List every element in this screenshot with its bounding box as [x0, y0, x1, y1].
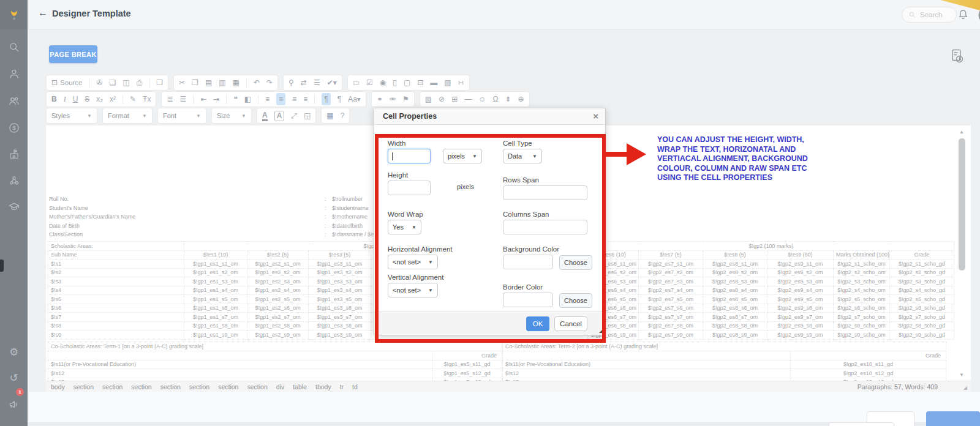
element-path-item[interactable]: section: [74, 383, 94, 390]
notifications-bell[interactable]: [957, 8, 969, 23]
preview-icon[interactable]: ◫: [123, 76, 129, 89]
new-page-icon[interactable]: ❏: [110, 76, 116, 89]
print-icon[interactable]: ⎙: [137, 76, 143, 89]
sidebar-item-academics[interactable]: [0, 193, 28, 220]
replace-icon[interactable]: ⇄: [301, 76, 307, 89]
button-icon[interactable]: ▬: [430, 76, 437, 89]
sidebar-item-profile[interactable]: [0, 61, 28, 88]
numbered-list-icon[interactable]: ≣: [167, 92, 173, 106]
table-icon[interactable]: ⊞: [451, 92, 458, 106]
checkbox-icon[interactable]: ☑: [366, 76, 373, 89]
element-path-item[interactable]: section: [160, 383, 181, 390]
search-input[interactable]: [919, 10, 949, 19]
font-dropdown[interactable]: Font▼: [157, 108, 206, 124]
show-blocks-icon[interactable]: ◱: [304, 109, 311, 122]
link-icon[interactable]: ⚭: [377, 92, 383, 106]
maximize-icon[interactable]: ⤢: [291, 109, 297, 122]
element-path-item[interactable]: div: [276, 383, 284, 390]
background-color-icon[interactable]: A: [274, 111, 285, 121]
language-icon[interactable]: Aa▾: [348, 92, 361, 106]
panel-handle[interactable]: [0, 260, 4, 272]
close-icon[interactable]: ×: [593, 111, 598, 121]
element-path-item[interactable]: body: [51, 383, 65, 390]
scrollbar-down-arrow[interactable]: ▼: [959, 372, 964, 378]
text-color-icon[interactable]: A: [262, 111, 268, 121]
select-all-icon[interactable]: ☰: [314, 76, 320, 89]
hidden-field-icon[interactable]: ∺: [458, 76, 464, 89]
smiley-icon[interactable]: ☺: [478, 92, 486, 106]
iframe-icon[interactable]: ⊕: [518, 92, 524, 106]
align-justify-icon[interactable]: ≡: [303, 92, 307, 106]
template-history-button[interactable]: [950, 48, 965, 67]
resize-grip-icon[interactable]: ◢: [963, 385, 967, 390]
blockquote-icon[interactable]: ❝: [233, 92, 237, 106]
footer-extra-button[interactable]: [829, 422, 894, 426]
horizontal-rule-icon[interactable]: ―: [464, 92, 472, 106]
select-field-icon[interactable]: ⊟: [417, 76, 423, 89]
textarea-icon[interactable]: ▢: [404, 76, 410, 89]
element-path-item[interactable]: section: [102, 383, 123, 390]
image-icon[interactable]: ▧: [425, 92, 432, 106]
styles-dropdown[interactable]: Styles▼: [46, 108, 97, 124]
radio-icon[interactable]: ◉: [380, 76, 386, 89]
save-icon[interactable]: ✇: [97, 76, 103, 89]
image-button-icon[interactable]: ▨: [444, 76, 451, 89]
element-path-item[interactable]: table: [293, 383, 307, 390]
search-box[interactable]: [902, 7, 957, 23]
superscript-button[interactable]: x²: [110, 92, 116, 106]
templates-icon[interactable]: ❒: [156, 76, 163, 89]
align-center-icon[interactable]: ≡: [276, 93, 285, 105]
page-break-icon[interactable]: ⇟: [505, 92, 511, 106]
source-button[interactable]: ⊡Source: [51, 76, 83, 89]
page-break-button[interactable]: PAGE BREAK: [49, 45, 97, 63]
div-container-icon[interactable]: ◧: [244, 92, 251, 106]
sidebar-item-search[interactable]: [0, 34, 28, 61]
underline-button[interactable]: U: [73, 92, 78, 106]
find-icon[interactable]: ⚲: [288, 76, 294, 89]
spellcheck-icon[interactable]: ✔▾: [327, 76, 337, 89]
align-left-icon[interactable]: ≡: [265, 92, 270, 106]
bidi-rtl-icon[interactable]: ¶: [337, 92, 341, 106]
bulleted-list-icon[interactable]: ☰: [180, 92, 187, 106]
redo-icon[interactable]: ↷: [266, 76, 273, 89]
sidebar-item-refresh[interactable]: ↺: [0, 364, 28, 391]
element-path-item[interactable]: section: [189, 383, 209, 390]
sidebar-item-groups[interactable]: [0, 167, 28, 194]
copy-icon[interactable]: ❐: [192, 76, 198, 89]
align-right-icon[interactable]: ≡: [292, 92, 296, 106]
undo-icon[interactable]: ↶: [254, 76, 260, 89]
help-icon[interactable]: ?: [341, 109, 345, 122]
footer-primary-button[interactable]: [926, 411, 980, 426]
element-path-item[interactable]: section: [218, 383, 238, 390]
flash-icon[interactable]: ⊘: [439, 92, 445, 106]
format-dropdown[interactable]: Format▼: [102, 108, 153, 124]
paste-word-icon[interactable]: ▦: [233, 76, 239, 89]
sidebar-item-billing[interactable]: $: [0, 114, 28, 141]
cut-icon[interactable]: ✂: [179, 76, 185, 89]
back-arrow-icon[interactable]: ←: [38, 7, 48, 18]
element-path-item[interactable]: section: [131, 383, 151, 390]
bidi-ltr-icon[interactable]: ¶: [322, 93, 330, 105]
text-field-icon[interactable]: ▯: [393, 76, 397, 89]
outdent-icon[interactable]: ⇤: [200, 92, 206, 106]
copy-formatting-icon[interactable]: ✎: [130, 92, 136, 106]
bold-button[interactable]: B: [51, 92, 57, 106]
element-path-item[interactable]: tr: [340, 383, 344, 390]
subscript-button[interactable]: x₂: [96, 92, 103, 106]
unlink-icon[interactable]: ⚮: [390, 92, 396, 106]
sidebar-item-people[interactable]: [0, 88, 28, 114]
element-path-item[interactable]: td: [352, 383, 358, 390]
special-char-icon[interactable]: Ω: [493, 92, 499, 106]
element-path-item[interactable]: tbody: [315, 383, 331, 390]
indent-icon[interactable]: ⇥: [213, 92, 219, 106]
remove-format-icon[interactable]: Ŧx: [143, 92, 151, 106]
element-path-item[interactable]: section: [247, 383, 267, 390]
scrollbar-thumb[interactable]: [959, 138, 965, 271]
sidebar-item-announcements[interactable]: 1: [0, 390, 28, 417]
italic-button[interactable]: I: [64, 92, 66, 106]
sidebar-item-settings[interactable]: ⚙: [0, 338, 28, 365]
app-logo[interactable]: [0, 0, 28, 29]
sidebar-item-institute[interactable]: [0, 141, 28, 168]
strike-button[interactable]: S: [85, 92, 89, 106]
form-icon[interactable]: ▭: [353, 76, 360, 89]
